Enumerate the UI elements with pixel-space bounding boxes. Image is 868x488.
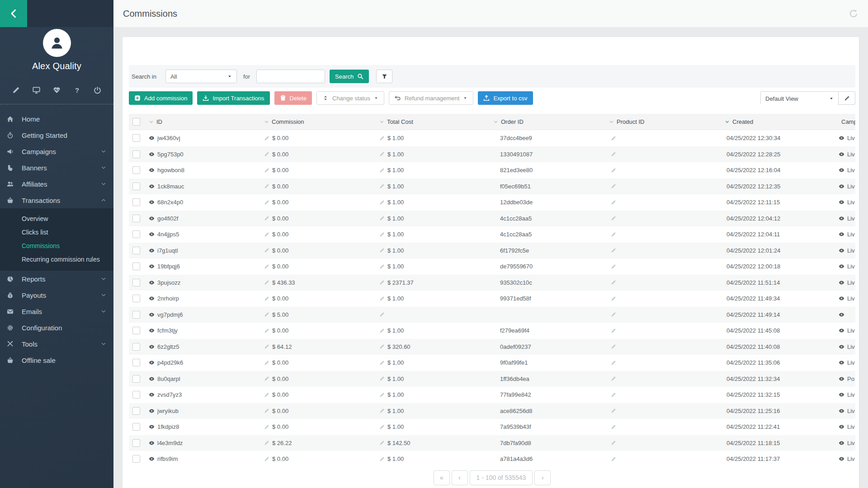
eye-icon[interactable]	[149, 296, 155, 301]
delete-button[interactable]: Delete	[274, 91, 312, 105]
search-input[interactable]	[256, 70, 325, 83]
pencil-icon[interactable]	[611, 344, 616, 349]
pencil-icon[interactable]	[611, 136, 616, 141]
pencil-icon[interactable]	[379, 248, 385, 253]
sidebar-subitem-overview[interactable]: Overview	[0, 212, 113, 225]
column-header-product-id[interactable]: Product ID	[607, 118, 723, 125]
eye-icon[interactable]	[839, 183, 844, 189]
column-header-order-id[interactable]: Order ID	[491, 118, 607, 125]
pencil-icon[interactable]	[379, 200, 385, 205]
sidebar-item-affiliates[interactable]: Affiliates	[0, 176, 113, 192]
search-scope-select[interactable]: All	[165, 70, 237, 83]
add-commission-button[interactable]: Add commission	[129, 91, 193, 105]
pagination-first-button[interactable]: «	[434, 470, 450, 485]
pencil-icon[interactable]	[611, 424, 616, 430]
sidebar-item-home[interactable]: Home	[0, 111, 113, 127]
column-header-commission[interactable]: Commission	[262, 118, 377, 125]
eye-icon[interactable]	[839, 151, 844, 157]
row-checkbox[interactable]	[132, 391, 140, 399]
sidebar-item-payouts[interactable]: $Payouts	[0, 287, 113, 303]
row-checkbox[interactable]	[132, 311, 140, 319]
pencil-icon[interactable]	[379, 408, 385, 413]
eye-icon[interactable]	[839, 248, 844, 253]
pencil-icon[interactable]	[379, 440, 385, 446]
eye-icon[interactable]	[149, 231, 155, 237]
pencil-icon[interactable]	[264, 408, 269, 413]
column-header-id[interactable]: ID	[147, 118, 262, 125]
import-transactions-button[interactable]: Import Transactions	[197, 91, 269, 105]
eye-icon[interactable]	[149, 167, 155, 173]
pencil-icon[interactable]	[379, 296, 385, 301]
pencil-icon[interactable]	[264, 151, 269, 157]
view-select[interactable]: Default View	[761, 92, 838, 105]
pencil-icon[interactable]	[379, 151, 385, 157]
eye-icon[interactable]	[149, 440, 155, 446]
export-csv-button[interactable]: Export to csv	[478, 91, 533, 105]
pencil-icon[interactable]	[264, 136, 269, 141]
sidebar-item-getting-started[interactable]: Getting Started	[0, 127, 113, 143]
select-all-checkbox[interactable]	[132, 118, 140, 126]
pencil-icon[interactable]	[264, 232, 269, 237]
pencil-icon[interactable]	[611, 168, 616, 173]
pencil-icon[interactable]	[611, 280, 616, 285]
pencil-icon[interactable]	[611, 232, 616, 237]
sidebar-subitem-recurring-commission-rules[interactable]: Recurring commission rules	[0, 253, 113, 266]
eye-icon[interactable]	[839, 360, 844, 366]
pencil-icon[interactable]	[264, 200, 269, 205]
pencil-icon[interactable]	[379, 328, 385, 333]
pencil-icon[interactable]	[379, 183, 385, 189]
eye-icon[interactable]	[149, 456, 155, 462]
eye-icon[interactable]	[839, 135, 844, 141]
pencil-icon[interactable]	[264, 376, 269, 381]
row-checkbox[interactable]	[132, 230, 140, 238]
row-checkbox[interactable]	[132, 150, 140, 158]
pencil-icon[interactable]	[264, 168, 269, 173]
eye-icon[interactable]	[149, 216, 155, 221]
pencil-icon[interactable]	[611, 440, 616, 446]
row-checkbox[interactable]	[132, 263, 140, 270]
pencil-icon[interactable]	[264, 312, 269, 317]
row-checkbox[interactable]	[132, 166, 140, 174]
eye-icon[interactable]	[839, 408, 844, 414]
eye-icon[interactable]	[839, 263, 844, 269]
eye-icon[interactable]	[839, 440, 844, 446]
refund-management-button[interactable]: Refund management	[389, 91, 473, 105]
pencil-icon[interactable]	[379, 216, 385, 221]
pencil-icon[interactable]	[264, 183, 269, 189]
pencil-icon[interactable]	[611, 376, 616, 381]
sidebar-item-tools[interactable]: Tools	[0, 336, 113, 352]
eye-icon[interactable]	[149, 376, 155, 382]
pencil-icon[interactable]	[611, 296, 616, 301]
pencil-icon[interactable]	[611, 328, 616, 333]
pencil-icon[interactable]	[379, 344, 385, 349]
pencil-icon[interactable]	[379, 376, 385, 381]
eye-icon[interactable]	[839, 231, 844, 237]
sidebar-item-transactions[interactable]: Transactions	[0, 192, 113, 208]
sidebar-item-reports[interactable]: Reports	[0, 271, 113, 287]
pencil-icon[interactable]	[611, 392, 616, 398]
row-checkbox[interactable]	[132, 198, 140, 206]
pencil-icon[interactable]	[379, 280, 385, 285]
pencil-icon[interactable]	[264, 216, 269, 221]
pencil-icon[interactable]	[611, 456, 616, 462]
pagination-prev-button[interactable]: ‹	[452, 470, 468, 485]
eye-icon[interactable]	[839, 312, 844, 318]
eye-icon[interactable]	[839, 167, 844, 173]
eye-icon[interactable]	[149, 183, 155, 189]
pencil-icon[interactable]	[264, 296, 269, 301]
column-header-camp[interactable]: Camp	[835, 118, 855, 125]
eye-icon[interactable]	[149, 344, 155, 350]
row-checkbox[interactable]	[132, 247, 140, 254]
row-checkbox[interactable]	[132, 343, 140, 351]
pencil-icon[interactable]	[611, 312, 616, 317]
row-checkbox[interactable]	[132, 375, 140, 383]
pencil-icon[interactable]	[264, 264, 269, 269]
pencil-icon[interactable]	[611, 183, 616, 189]
sidebar-item-banners[interactable]: Banners	[0, 160, 113, 176]
eye-icon[interactable]	[149, 312, 155, 318]
sidebar-item-offline-sale[interactable]: Offline sale	[0, 352, 113, 368]
eye-icon[interactable]	[839, 456, 844, 462]
eye-icon[interactable]	[149, 360, 155, 366]
pencil-icon[interactable]	[611, 248, 616, 253]
row-checkbox[interactable]	[132, 215, 140, 222]
